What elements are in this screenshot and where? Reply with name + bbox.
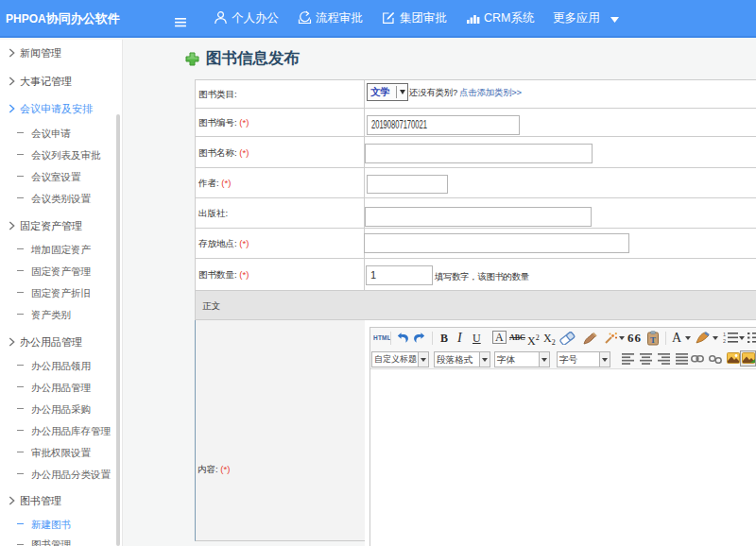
svg-text:2: 2 [723, 338, 726, 344]
svg-text:1: 1 [723, 332, 726, 337]
svg-text:T: T [650, 335, 656, 345]
